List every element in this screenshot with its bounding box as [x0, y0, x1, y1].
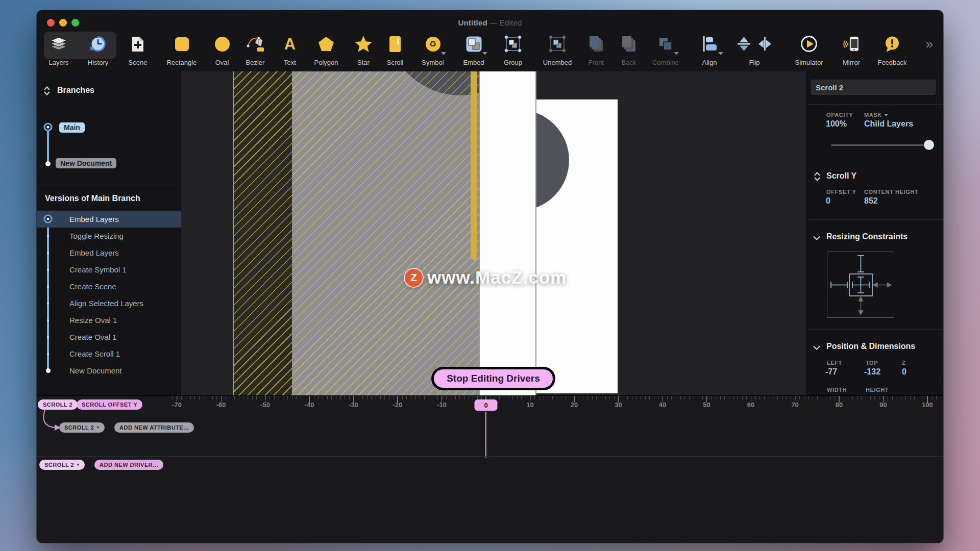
add-driver-pill[interactable]: ADD NEW DRIVER... — [94, 460, 163, 470]
ruler-label: -50 — [260, 401, 270, 409]
add-attribute-pill[interactable]: ADD NEW ATTRIBUTE... — [114, 422, 194, 433]
version-label: Create Oval 1 — [69, 333, 117, 341]
version-row[interactable]: New Document — [37, 362, 181, 379]
toolbar-item-scene[interactable]: Scene — [115, 30, 161, 66]
opacity-value[interactable]: 100% — [826, 119, 847, 129]
ruler-major-ticks — [177, 396, 940, 403]
flip-vertical-icon — [737, 36, 751, 52]
z-value[interactable]: 0 — [902, 367, 906, 377]
combine-dropdown-caret — [674, 52, 679, 55]
toolbar-item-flip[interactable]: Flip — [731, 30, 777, 66]
version-row[interactable]: Create Symbol 1 — [37, 261, 181, 278]
version-label: Create Scene — [69, 282, 116, 291]
scroll-layer-icon — [389, 30, 401, 58]
toolbar-item-rectangle[interactable]: Rectangle — [159, 30, 205, 66]
toolbar-item-align[interactable]: Align — [687, 30, 732, 66]
ruler-label: -40 — [305, 401, 314, 409]
version-row[interactable]: Align Selected Layers — [37, 295, 181, 312]
white-layer-rect[interactable] — [536, 99, 618, 393]
timeline-row-divider — [37, 456, 943, 457]
branch-badge-main[interactable]: Main — [59, 122, 85, 133]
unembed-icon — [549, 30, 566, 58]
position-dimensions-title: Position & Dimensions — [826, 342, 915, 351]
stop-editing-drivers-button[interactable]: Stop Editing Drivers — [431, 367, 555, 390]
resizing-constraints-diagram[interactable] — [827, 252, 894, 318]
top-value[interactable]: -132 — [864, 367, 880, 377]
toolbar-item-simulator[interactable]: Simulator — [786, 30, 832, 66]
layer-badge[interactable]: SCROLL 2 — [38, 399, 78, 410]
toolbar-item-group[interactable]: Group — [490, 30, 536, 66]
height-label: HEIGHT — [866, 387, 889, 393]
version-dot — [46, 368, 51, 373]
mask-value[interactable]: Child Layers — [864, 119, 913, 129]
position-chevron-down-icon[interactable] — [813, 345, 820, 350]
history-icon — [89, 30, 107, 58]
symbol-dropdown-caret — [441, 52, 446, 55]
version-row[interactable]: Create Scroll 1 — [37, 345, 181, 362]
ruler-label: -10 — [437, 401, 447, 409]
offset-y-value[interactable]: 0 — [826, 196, 830, 206]
scene-oval-top[interactable] — [385, 71, 480, 95]
version-label: New Document — [69, 366, 122, 375]
version-dot — [47, 286, 49, 288]
opacity-slider-track[interactable] — [831, 144, 931, 146]
ruler-label: 20 — [571, 401, 578, 409]
version-label: Create Scroll 1 — [69, 349, 120, 358]
version-node-current — [43, 214, 53, 224]
branch-node-current[interactable] — [43, 122, 53, 132]
attribute-badge[interactable]: SCROLL OFFSET Y — [77, 399, 142, 410]
toolbar-item-history[interactable]: History — [75, 30, 121, 66]
oval-layer[interactable] — [536, 110, 569, 211]
driver-target-pill[interactable]: SCROLL 2 — [39, 460, 85, 470]
toolbar-overflow-button[interactable]: » — [906, 30, 943, 58]
content-height-value[interactable]: 852 — [864, 196, 878, 206]
white-layer-column[interactable] — [480, 71, 536, 395]
version-row[interactable]: Toggle Resizing — [37, 228, 181, 244]
branch-badge-new-document[interactable]: New Document — [56, 158, 116, 168]
version-row[interactable]: Embed Layers — [37, 244, 181, 261]
resizing-chevron-down-icon[interactable] — [813, 236, 820, 240]
watermark: Z www.MacZ.com — [405, 267, 567, 288]
version-row[interactable]: Create Scene — [37, 278, 181, 295]
version-row[interactable]: Embed Layers — [37, 211, 181, 228]
branch-line — [47, 129, 49, 165]
ruler-label: 10 — [526, 401, 533, 409]
offset-y-label: OFFSET Y — [826, 189, 856, 195]
version-dot — [47, 319, 49, 321]
playhead-badge[interactable]: 0 — [475, 399, 498, 411]
version-label: Resize Oval 1 — [69, 316, 117, 324]
version-label: Embed Layers — [69, 215, 119, 223]
attribute-target-pill[interactable]: SCROLL 2 — [59, 422, 105, 433]
version-dot — [47, 353, 49, 355]
toolbar-item-mirror[interactable]: Mirror — [828, 30, 874, 66]
align-icon — [701, 30, 718, 58]
scroll-indicator-bar — [471, 71, 477, 260]
history-sidebar: Branches Main New Document Versions of M… — [37, 71, 181, 395]
branches-sort-icon — [44, 86, 50, 95]
version-row[interactable]: Resize Oval 1 — [37, 312, 181, 329]
opacity-slider-knob[interactable] — [924, 140, 934, 150]
scroll-layer-region[interactable]: Scene 1 — [292, 71, 480, 395]
left-value[interactable]: -77 — [825, 367, 837, 377]
flip-horizontal-icon — [758, 36, 772, 52]
flip-icons — [737, 30, 772, 58]
playhead-line[interactable] — [485, 412, 486, 458]
toolbar-item-symbol[interactable]: ♻ Symbol — [410, 30, 456, 66]
canvas-viewport[interactable]: Scene 1 Z www.MacZ.com Stop Editing Driv… — [181, 71, 806, 395]
layer-name-input[interactable] — [811, 80, 936, 95]
combine-icon — [658, 30, 673, 58]
star-icon — [355, 30, 372, 58]
scene-icon — [132, 30, 144, 58]
version-label: Align Selected Layers — [69, 299, 143, 308]
branch-node-dot[interactable] — [45, 161, 51, 166]
bring-to-front-icon — [588, 30, 604, 58]
ruler-label: 100 — [922, 401, 933, 409]
ruler-label: 50 — [703, 401, 710, 409]
edited-status: Edited — [500, 18, 522, 27]
versions-title: Versions of Main Branch — [45, 194, 140, 203]
version-row[interactable]: Create Oval 1 — [37, 329, 181, 345]
group-icon — [504, 30, 522, 58]
mask-label[interactable]: MASK — [864, 112, 888, 118]
version-dot — [47, 235, 49, 237]
scroll-y-title: Scroll Y — [826, 171, 856, 181]
